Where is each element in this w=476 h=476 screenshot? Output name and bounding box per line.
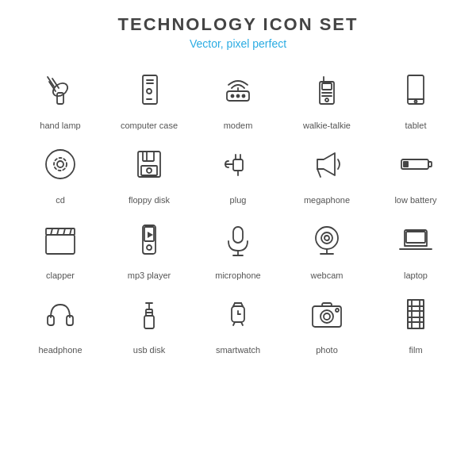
film-label: film: [409, 344, 422, 355]
svg-rect-39: [403, 161, 409, 167]
clapper-label: clapper: [46, 270, 75, 281]
svg-rect-29: [141, 166, 157, 175]
svg-rect-17: [322, 83, 332, 90]
microphone-icon: [213, 214, 263, 265]
icon-cell-modem: modem: [194, 64, 282, 131]
hand-lamp-label: hand lamp: [40, 120, 80, 131]
svg-rect-83: [408, 300, 424, 328]
usb-disk-icon: [124, 289, 175, 340]
icon-cell-mp3-player: mp3 player: [105, 214, 194, 281]
computer-case-icon: [124, 64, 175, 115]
walkie-talkie-icon: [301, 64, 352, 115]
smartwatch-label: smartwatch: [216, 344, 260, 355]
svg-point-20: [325, 98, 328, 102]
svg-point-53: [316, 227, 338, 249]
svg-rect-85: [420, 300, 424, 328]
tablet-icon: [390, 64, 441, 115]
svg-line-44: [63, 228, 65, 235]
svg-point-11: [232, 95, 234, 98]
photo-icon: [301, 289, 352, 340]
svg-rect-64: [144, 316, 154, 328]
megaphone-label: megaphone: [304, 194, 350, 205]
webcam-icon: [301, 214, 352, 265]
photo-label: photo: [316, 344, 338, 355]
icon-cell-usb-disk: usb disk: [105, 289, 194, 355]
icon-cell-low-battery: low battery: [371, 139, 460, 205]
tablet-label: tablet: [405, 120, 427, 131]
page-header: TECHNOLOGY ICON SET Vector, pixel perfec…: [118, 0, 359, 56]
svg-point-23: [415, 101, 417, 103]
plug-label: plug: [230, 194, 247, 205]
modem-icon: [213, 64, 263, 115]
page-title: TECHNOLOGY ICON SET: [118, 14, 359, 35]
low-battery-label: low battery: [394, 194, 436, 205]
icon-grid: hand lamp computer case: [0, 56, 476, 363]
svg-rect-28: [143, 152, 154, 161]
cd-label: cd: [56, 194, 65, 205]
svg-rect-58: [405, 230, 427, 246]
svg-point-80: [324, 313, 330, 320]
svg-marker-35: [317, 153, 335, 175]
icon-cell-walkie-talkie: walkie-talkie: [282, 64, 371, 131]
svg-point-25: [57, 161, 63, 167]
svg-point-82: [336, 309, 339, 312]
icon-cell-megaphone: megaphone: [282, 139, 371, 205]
svg-point-13: [243, 95, 245, 98]
laptop-label: laptop: [404, 270, 428, 281]
svg-point-79: [321, 310, 333, 323]
headphone-icon: [35, 289, 86, 340]
usb-disk-label: usb disk: [133, 344, 165, 355]
svg-line-36: [317, 169, 321, 177]
microphone-label: microphone: [215, 270, 260, 281]
svg-point-54: [321, 232, 332, 244]
svg-line-45: [70, 228, 71, 235]
walkie-talkie-label: walkie-talkie: [303, 120, 351, 131]
clapper-icon: [35, 214, 86, 265]
icon-cell-laptop: laptop: [371, 214, 460, 281]
svg-point-26: [54, 158, 67, 171]
svg-point-55: [324, 236, 329, 240]
icon-cell-floppy-disk: floppy disk: [105, 139, 194, 205]
modem-label: modem: [224, 120, 253, 131]
smartwatch-icon: [213, 289, 263, 340]
icon-cell-cd: cd: [16, 139, 105, 205]
floppy-disk-icon: [124, 139, 175, 190]
low-battery-icon: [390, 139, 441, 190]
svg-rect-50: [233, 227, 243, 243]
icon-cell-clapper: clapper: [16, 214, 105, 281]
svg-point-1: [51, 81, 70, 99]
svg-rect-38: [428, 162, 432, 167]
page-subtitle: Vector, pixel perfect: [118, 37, 359, 50]
icon-cell-webcam: webcam: [282, 214, 371, 281]
plug-icon: [213, 139, 263, 190]
icon-cell-photo: photo: [282, 289, 371, 355]
svg-marker-49: [148, 232, 153, 238]
mp3-player-icon: [124, 214, 175, 265]
svg-line-42: [51, 228, 52, 235]
icon-cell-hand-lamp: hand lamp: [16, 64, 105, 131]
laptop-icon: [390, 214, 441, 265]
hand-lamp-icon: [35, 64, 86, 115]
svg-rect-61: [406, 232, 425, 243]
icon-cell-tablet: tablet: [371, 64, 460, 131]
film-icon: [390, 289, 441, 340]
megaphone-icon: [301, 139, 352, 190]
floppy-disk-label: floppy disk: [129, 194, 170, 205]
webcam-label: webcam: [311, 270, 344, 281]
icon-cell-headphone: headphone: [16, 289, 105, 355]
svg-rect-84: [408, 300, 412, 328]
icon-cell-computer-case: computer case: [105, 64, 194, 131]
icon-cell-smartwatch: smartwatch: [194, 289, 282, 355]
icon-cell-plug: plug: [194, 139, 282, 205]
computer-case-label: computer case: [121, 120, 178, 131]
svg-point-8: [147, 89, 152, 94]
svg-rect-40: [46, 235, 75, 254]
svg-point-24: [46, 150, 75, 178]
svg-rect-32: [233, 159, 243, 171]
svg-point-31: [147, 168, 152, 173]
mp3-player-label: mp3 player: [128, 270, 171, 281]
svg-rect-81: [322, 303, 332, 306]
headphone-label: headphone: [38, 344, 82, 355]
svg-point-48: [147, 245, 152, 250]
icon-cell-microphone: microphone: [194, 214, 282, 281]
